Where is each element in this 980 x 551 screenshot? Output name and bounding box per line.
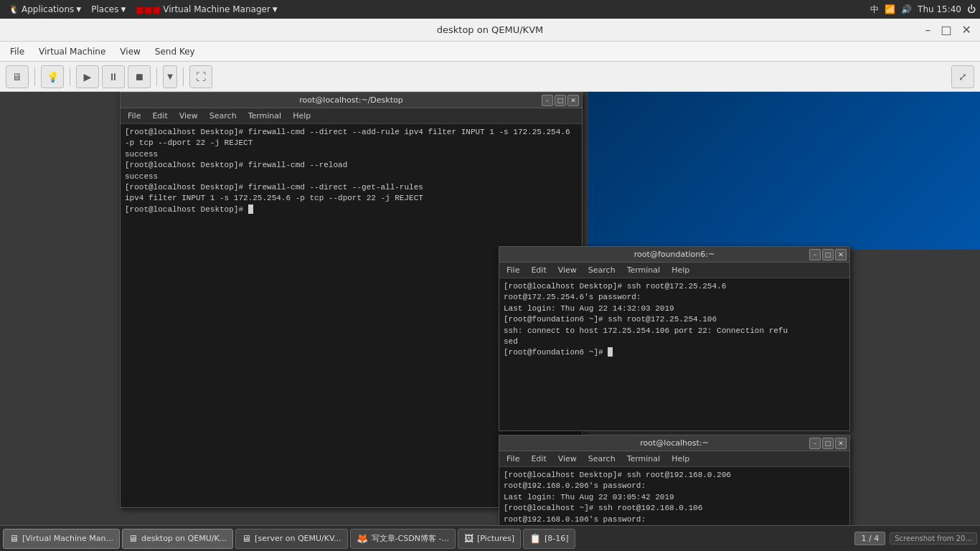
t2-menu-help[interactable]: Help: [667, 264, 694, 276]
terminal2-controls: – □ ✕: [809, 249, 847, 260]
t2-menu-terminal[interactable]: Terminal: [623, 264, 665, 276]
toolbar-display-btn[interactable]: 🖥: [6, 65, 29, 88]
applications-menu[interactable]: 🐧 Applications ▼: [4, 3, 85, 16]
volume-icon: 🔊: [901, 4, 912, 14]
toolbar-pause-btn[interactable]: ⏸: [102, 65, 125, 88]
places-menu[interactable]: Places ▼: [87, 3, 130, 16]
terminal2-title: root@foundation6:~: [634, 250, 715, 259]
t3-menu-help[interactable]: Help: [667, 453, 694, 465]
screenshot-icon: 💡: [47, 71, 59, 83]
taskbar-firefox-icon: 🦊: [357, 533, 368, 544]
terminal1-close[interactable]: ✕: [567, 95, 579, 106]
t1-line-5: [root@localhost Desktop]# firewall-cmd -…: [125, 182, 578, 193]
t2-menu-view[interactable]: View: [554, 264, 581, 276]
vm-menu-view[interactable]: View: [114, 44, 146, 59]
taskbar-server-label: [server on QEMU/KV...: [255, 534, 341, 543]
lang-indicator[interactable]: 中: [870, 4, 879, 16]
t1-menu-edit[interactable]: Edit: [148, 110, 171, 122]
t2-cursor: [608, 347, 613, 357]
toolbar-screenshot-btn[interactable]: 💡: [41, 65, 64, 88]
toolbar-resize-btn[interactable]: ⤢: [951, 65, 974, 88]
terminal2-content[interactable]: [root@localhost Desktop]# ssh root@172.2…: [499, 278, 849, 430]
t3-line-2: root@192.168.0.206's password:: [504, 481, 845, 491]
terminal-window-2: root@foundation6:~ – □ ✕ File Edit View …: [499, 246, 850, 431]
toolbar-dropdown-btn[interactable]: ▼: [163, 65, 177, 88]
vm-window-controls: – □ ✕: [922, 23, 974, 37]
taskbar-item-desktop[interactable]: 🖥 desktop on QEMU/K...: [122, 529, 233, 549]
terminal2-menubar: File Edit View Search Terminal Help: [499, 263, 849, 278]
vm-menu-file[interactable]: File: [4, 44, 30, 59]
main-desktop-area: root@localhost:~/Desktop – □ ✕ File Edit…: [0, 92, 980, 525]
blue-desktop-area: [588, 92, 980, 250]
vm-menu-send-key[interactable]: Send Key: [149, 44, 201, 59]
network-icon: 📶: [885, 4, 895, 14]
t2-menu-file[interactable]: File: [502, 264, 524, 276]
terminal3-content[interactable]: [root@localhost Desktop]# ssh root@192.1…: [499, 467, 849, 525]
taskbar-item-8-16[interactable]: 📋 [8-16]: [523, 529, 575, 549]
t3-line-3: Last login: Thu Aug 22 03:05:42 2019: [504, 492, 845, 503]
terminal1-minimize[interactable]: –: [542, 95, 553, 106]
vm-window-title: desktop on QEMU/KVM: [437, 24, 544, 35]
taskbar-pager[interactable]: 1 / 4: [854, 532, 885, 545]
t3-line-5: root@192.168.0.106's password:: [504, 514, 845, 525]
terminal3-menubar: File Edit View Search Terminal Help: [499, 451, 849, 467]
terminal1-maximize[interactable]: □: [555, 95, 566, 106]
maximize-button[interactable]: □: [938, 23, 954, 37]
taskbar-item-server[interactable]: 🖥 [server on QEMU/KV...: [235, 529, 347, 549]
display-icon: 🖥: [12, 71, 22, 83]
t1-menu-terminal[interactable]: Terminal: [244, 110, 286, 122]
t2-line-3: Last login: Thu Aug 22 14:32:03 2019: [504, 303, 845, 314]
places-arrow-icon: ▼: [121, 6, 126, 13]
terminal3-close[interactable]: ✕: [835, 438, 847, 449]
toolbar-separator-3: [156, 67, 157, 86]
t1-menu-help[interactable]: Help: [288, 110, 315, 122]
taskbar-8-16-label: [8-16]: [545, 534, 569, 543]
taskbar-firefox-label: 写文章-CSDN博客 -...: [372, 533, 449, 544]
terminal2-minimize[interactable]: –: [809, 249, 821, 260]
t3-menu-view[interactable]: View: [554, 453, 581, 465]
terminal1-title: root@localhost:~/Desktop: [299, 95, 402, 105]
vm-menubar: File Virtual Machine View Send Key: [0, 42, 980, 62]
taskbar-item-firefox[interactable]: 🦊 写文章-CSDN博客 -...: [350, 529, 456, 549]
vm-toolbar: 🖥 💡 ▶ ⏸ ⏹ ▼ ⛶ ⤢: [0, 62, 980, 92]
t1-line-3: [root@localhost Desktop]# firewall-cmd -…: [125, 160, 578, 171]
pause-icon: ⏸: [108, 71, 118, 83]
taskbar-vmmanager-icon: 🖥: [9, 533, 19, 544]
close-button[interactable]: ✕: [959, 23, 974, 37]
terminal-window-3: root@localhost:~ – □ ✕ File Edit View Se…: [499, 435, 850, 525]
vm-titlebar: desktop on QEMU/KVM – □ ✕: [0, 19, 980, 42]
t3-menu-terminal[interactable]: Terminal: [623, 453, 665, 465]
t1-menu-file[interactable]: File: [123, 110, 145, 122]
vmmanager-menu[interactable]: ◼◼◼ Virtual Machine Manager ▼: [131, 2, 281, 17]
t1-line-1: [root@localhost Desktop]# firewall-cmd -…: [125, 127, 578, 149]
t3-menu-file[interactable]: File: [502, 453, 524, 465]
minimize-button[interactable]: –: [922, 23, 933, 37]
toolbar-fullscreen-btn[interactable]: ⛶: [189, 65, 212, 88]
vmmanager-icon: ◼◼◼: [136, 4, 161, 15]
t3-menu-edit[interactable]: Edit: [527, 453, 550, 465]
t2-line-2: root@172.25.254.6's password:: [504, 292, 845, 303]
terminal3-maximize[interactable]: □: [822, 438, 834, 449]
t2-menu-search[interactable]: Search: [584, 264, 620, 276]
stop-icon: ⏹: [134, 71, 144, 83]
t3-menu-search[interactable]: Search: [584, 453, 620, 465]
toolbar-stop-btn[interactable]: ⏹: [128, 65, 151, 88]
terminal1-menubar: File Edit View Search Terminal Help: [121, 108, 582, 124]
taskbar-item-vmmanager[interactable]: 🖥 [Virtual Machine Man...: [3, 529, 120, 549]
t1-menu-view[interactable]: View: [175, 110, 202, 122]
apps-icon: 🐧: [9, 4, 19, 14]
fullscreen-icon: ⛶: [196, 71, 206, 83]
power-icon[interactable]: ⏻: [967, 4, 976, 14]
vm-menu-virtual-machine[interactable]: Virtual Machine: [33, 44, 111, 59]
terminal3-minimize[interactable]: –: [809, 438, 821, 449]
t2-line-1: [root@localhost Desktop]# ssh root@172.2…: [504, 281, 845, 292]
vmmanager-label: Virtual Machine Manager: [163, 4, 270, 14]
t2-line-6: [root@foundation6 ~]#: [504, 347, 845, 358]
t2-menu-edit[interactable]: Edit: [527, 264, 550, 276]
taskbar-item-pictures[interactable]: 🖼 [Pictures]: [458, 529, 521, 549]
toolbar-play-btn[interactable]: ▶: [76, 65, 99, 88]
terminal2-close[interactable]: ✕: [835, 249, 847, 260]
terminal2-maximize[interactable]: □: [822, 249, 834, 260]
t1-menu-search[interactable]: Search: [205, 110, 241, 122]
topbar-right: 中 📶 🔊 Thu 15:40 ⏻: [870, 4, 976, 16]
